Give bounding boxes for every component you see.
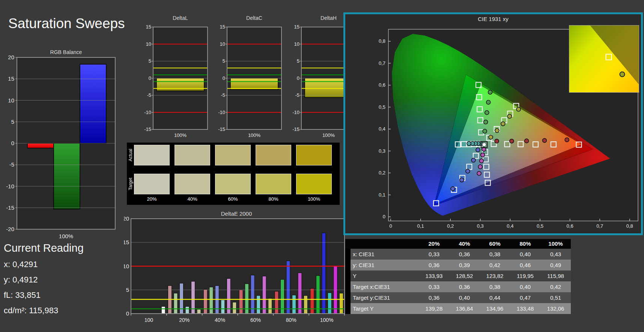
table-row-label: Target x:CIE31	[351, 281, 419, 292]
table-row-label: Y	[351, 270, 419, 281]
rgb-balance-chart[interactable]: -20-15-10-505101520100%	[0, 48, 120, 242]
deltae-bar-80%-cyan	[292, 295, 296, 314]
table-col-header: 40%	[449, 239, 480, 249]
axis-label: 5	[223, 58, 225, 64]
deltae-bar-60%-blue	[251, 275, 254, 314]
axis-label: -5	[147, 92, 151, 98]
table-cell: 0,39	[449, 260, 480, 270]
axis-label: -15	[144, 126, 151, 132]
axis-label: -5	[295, 92, 299, 98]
axis-label: 0,3	[379, 148, 385, 154]
axis-label: 0,6	[379, 82, 385, 88]
axis-label: 0,5	[379, 104, 385, 110]
deltae-bar-60%-red	[239, 290, 243, 314]
measured-marker-yellow	[501, 122, 505, 126]
table-cell: 0,40	[449, 292, 480, 303]
table-cell: 0,51	[540, 292, 571, 303]
measured-marker-red	[525, 139, 529, 143]
axis-label: 0	[149, 75, 151, 81]
table-cell: 0,36	[449, 249, 480, 260]
row-indicator	[345, 303, 351, 314]
measured-marker-yellow	[495, 129, 499, 133]
deltal-chart[interactable]: -15-10-5051015100%	[139, 15, 214, 141]
table-row: x: CIE310,330,360,380,400,43	[345, 249, 571, 260]
table-row-label: Target Y	[351, 303, 419, 314]
deltae-bar-100%-yellow	[339, 293, 343, 314]
actual-swatch-100%	[296, 145, 332, 165]
swatch-col-label: 60%	[215, 196, 251, 202]
target-swatch-60%	[215, 174, 251, 194]
current-reading-x: x: 0,4291	[4, 260, 84, 269]
table-row: Target x:CIE310,330,360,380,400,42	[345, 281, 571, 292]
page-title: Saturation Sweeps	[8, 16, 125, 32]
table-cell: 139,28	[419, 303, 449, 314]
axis-label: 0,2	[379, 170, 385, 176]
deltae-bar-100%-blue	[322, 233, 326, 314]
deltae-bar-40%-red	[203, 289, 207, 314]
deltae2000-chart[interactable]: 0510152010020%40%60%80%100%	[124, 210, 349, 325]
table-col-header: 100%	[540, 239, 571, 249]
table-cell: 0,33	[419, 281, 449, 292]
swatch-row-label-target: Target	[128, 174, 134, 194]
table-cell: 119,95	[510, 270, 540, 281]
deltae-bar-100%-red	[310, 288, 314, 314]
axis-label: 10	[220, 41, 225, 47]
axis-label: 0	[383, 214, 385, 219]
deltae-bar-100%-green	[316, 276, 320, 314]
table-cell: 0,42	[480, 260, 510, 270]
table-cell: 0,36	[419, 260, 449, 270]
axis-label: 100%	[320, 317, 334, 323]
axis-label: 10	[8, 97, 14, 104]
swatch-panel[interactable]: ActualTarget20%40%60%80%100%	[127, 143, 340, 205]
measured-marker-magenta	[477, 171, 481, 176]
axis-label: 0,4	[379, 126, 385, 132]
axis-label: 20%	[179, 317, 190, 323]
measured-marker-green	[485, 111, 489, 115]
deltae-bar-100%-cyan	[328, 293, 331, 314]
table-cell: 128,52	[449, 270, 480, 281]
measured-marker-red	[495, 139, 499, 143]
actual-swatch-60%	[215, 145, 251, 165]
axis-label: -10	[6, 183, 14, 189]
axis-label: 20	[8, 54, 14, 60]
table-col-header: 20%	[419, 239, 449, 249]
swatch-col-label: 20%	[134, 196, 170, 202]
deltae-bar-80%-green	[281, 279, 284, 314]
table-cell: 115,98	[540, 270, 571, 281]
white-point-dot	[482, 143, 486, 147]
deltae-bar-20%-green	[174, 293, 178, 314]
axis-label: 80%	[286, 317, 296, 323]
rgb-bar-blue	[80, 64, 106, 143]
measured-marker-green	[488, 90, 492, 94]
inset-measured-marker	[619, 71, 625, 77]
current-reading-fl: fL: 33,851	[4, 290, 84, 300]
table-cell: 0,40	[510, 281, 540, 292]
table-cell: 0,42	[540, 281, 571, 292]
axis-label: 15	[146, 24, 151, 30]
deltae-bar-60%-cyan	[257, 296, 260, 314]
measured-marker-yellow	[516, 107, 521, 111]
table-cell: 134,96	[480, 303, 510, 314]
axis-label: 0,1	[379, 192, 385, 198]
rgb-bar-green	[54, 143, 80, 209]
table-cell: 123,82	[480, 270, 510, 281]
inset-target-marker	[606, 54, 612, 60]
measurement-table: 20%40%60%80%100%x: CIE310,330,360,380,40…	[345, 239, 571, 314]
axis-label: 10	[294, 41, 299, 47]
table-row-label: x: CIE31	[351, 249, 419, 260]
table-row: Target y:CIE310,360,400,440,470,51	[345, 292, 571, 303]
rgb-balance-plot: -20-15-10-505101520100%	[0, 48, 120, 240]
axis-label: 60%	[250, 317, 261, 323]
row-indicator	[345, 281, 351, 292]
current-reading: Current Reading x: 0,4291 y: 0,4912 fL: …	[4, 242, 84, 321]
axis-label: -10	[292, 110, 299, 115]
axis-label: -15	[218, 126, 225, 132]
table-cell: 0,40	[510, 249, 540, 260]
current-reading-cdm2: cd/m²: 115,983	[4, 306, 84, 315]
measured-marker-green	[484, 120, 488, 124]
axis-label: 100	[144, 317, 153, 323]
deltac-chart[interactable]: -15-10-5051015100%	[213, 15, 288, 141]
deltae-bar-100-yellow	[161, 306, 165, 314]
axis-label: 100%	[59, 233, 73, 239]
cie-1931-panel[interactable]: CIE 1931 xy 00,10,20,30,40,50,60,70,800,…	[343, 12, 643, 235]
